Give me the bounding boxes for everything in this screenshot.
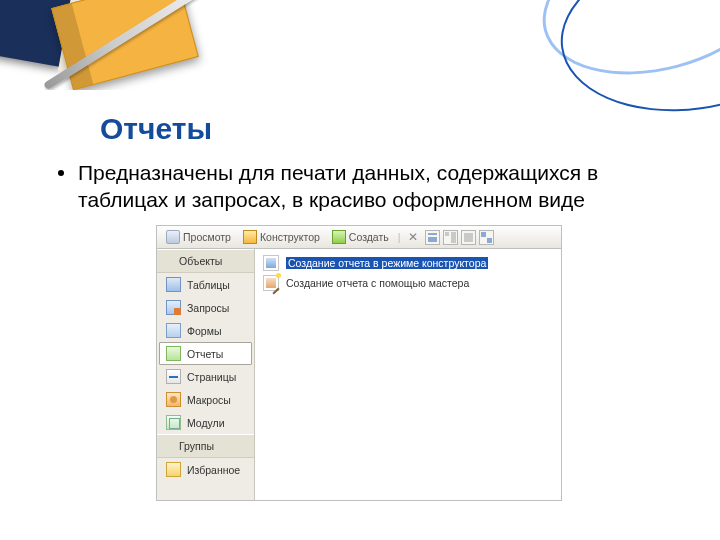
objects-sidebar: Объекты Таблицы Запросы Формы Отчеты Стр…	[157, 249, 255, 500]
sidebar-item-forms[interactable]: Формы	[159, 319, 252, 342]
new-report-wizard-icon	[263, 275, 279, 291]
toolbar-label: Конструктор	[260, 231, 320, 243]
view-details-icon[interactable]	[479, 230, 494, 245]
bullet-item: Предназначены для печати данных, содержа…	[58, 160, 638, 214]
sidebar-item-label: Таблицы	[187, 279, 230, 291]
sidebar-item-label: Страницы	[187, 371, 236, 383]
sidebar-item-pages[interactable]: Страницы	[159, 365, 252, 388]
sidebar-item-favorites[interactable]: Избранное	[159, 458, 252, 481]
list-item-label: Создание отчета в режиме конструктора	[286, 257, 488, 269]
preview-icon	[166, 230, 180, 244]
favorites-icon	[166, 462, 181, 477]
sidebar-item-label: Отчеты	[187, 348, 223, 360]
view-small-icon[interactable]	[443, 230, 458, 245]
access-toolbar: Просмотр Конструктор Создать | ✕	[156, 225, 562, 249]
modules-icon	[166, 415, 181, 430]
sidebar-item-tables[interactable]: Таблицы	[159, 273, 252, 296]
slide-title: Отчеты	[100, 112, 212, 146]
sidebar-group-groups: Группы	[157, 434, 254, 458]
macros-icon	[166, 392, 181, 407]
preview-button[interactable]: Просмотр	[161, 228, 236, 246]
sidebar-item-macros[interactable]: Макросы	[159, 388, 252, 411]
forms-icon	[166, 323, 181, 338]
new-report-designer-icon	[263, 255, 279, 271]
bullet-text: Предназначены для печати данных, содержа…	[78, 160, 638, 214]
bullet-dot-icon	[58, 170, 64, 176]
sidebar-item-label: Запросы	[187, 302, 229, 314]
sidebar-item-reports[interactable]: Отчеты	[159, 342, 252, 365]
delete-icon[interactable]: ✕	[404, 230, 422, 244]
create-button[interactable]: Создать	[327, 228, 394, 246]
separator-icon: |	[396, 231, 403, 243]
decor-swoosh	[550, 0, 720, 127]
sidebar-item-modules[interactable]: Модули	[159, 411, 252, 434]
sidebar-item-label: Макросы	[187, 394, 231, 406]
sidebar-group-objects: Объекты	[157, 249, 254, 273]
sidebar-item-label: Избранное	[187, 464, 240, 476]
view-list-icon[interactable]	[461, 230, 476, 245]
list-item-label: Создание отчета с помощью мастера	[286, 277, 469, 289]
sidebar-item-queries[interactable]: Запросы	[159, 296, 252, 319]
embedded-screenshot: Просмотр Конструктор Создать | ✕ Объекты…	[156, 225, 562, 501]
queries-icon	[166, 300, 181, 315]
toolbar-label: Создать	[349, 231, 389, 243]
slide-decoration	[0, 0, 280, 90]
tables-icon	[166, 277, 181, 292]
sidebar-item-label: Модули	[187, 417, 225, 429]
view-large-icon[interactable]	[425, 230, 440, 245]
sidebar-item-label: Формы	[187, 325, 221, 337]
report-list-panel: Создание отчета в режиме конструктора Со…	[255, 249, 561, 500]
create-report-wizard[interactable]: Создание отчета с помощью мастера	[261, 274, 555, 292]
designer-icon	[243, 230, 257, 244]
designer-button[interactable]: Конструктор	[238, 228, 325, 246]
reports-icon	[166, 346, 181, 361]
toolbar-label: Просмотр	[183, 231, 231, 243]
create-icon	[332, 230, 346, 244]
create-report-designer[interactable]: Создание отчета в режиме конструктора	[261, 254, 555, 272]
pages-icon	[166, 369, 181, 384]
